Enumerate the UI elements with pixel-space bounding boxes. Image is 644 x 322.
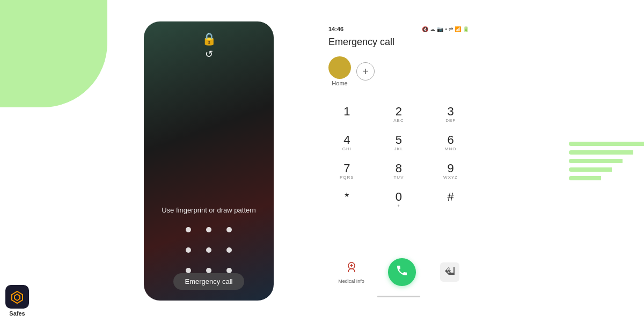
decorative-lines — [569, 142, 644, 180]
notification-icon: 🔇 — [422, 26, 428, 32]
dialpad: 1 2 ABC 3 DEF 4 GHI 5 JKL 6 MNO — [321, 95, 477, 253]
dial-key-0[interactable]: 0 + — [373, 186, 425, 214]
battery-icon: 🔋 — [463, 26, 469, 32]
lock-icons: 🔒 ↺ — [202, 32, 216, 60]
green-line — [569, 142, 644, 146]
add-contact-button[interactable]: + — [356, 62, 375, 80]
pattern-dot — [186, 268, 191, 273]
dial-key-2[interactable]: 2 ABC — [373, 100, 425, 129]
emergency-call-title: Emergency call — [321, 34, 477, 52]
dial-key-hash[interactable]: # — [425, 186, 477, 214]
dial-key-3[interactable]: 3 DEF — [425, 100, 477, 129]
dial-key-1[interactable]: 1 — [321, 100, 373, 129]
status-icons: 🔇 ☁ 📷 • ⇌ 📶 🔋 — [422, 26, 469, 32]
call-button[interactable] — [388, 258, 416, 286]
pattern-dot — [226, 227, 232, 232]
lock-icon: 🔒 — [202, 32, 216, 46]
backspace-button[interactable] — [440, 262, 459, 282]
pattern-dot — [226, 247, 232, 253]
signal-icon: 📶 — [455, 26, 461, 32]
contact-avatar — [328, 56, 351, 79]
status-time: 14:46 — [328, 26, 343, 32]
dial-key-7[interactable]: 7 PQRS — [321, 157, 373, 186]
green-line — [569, 159, 623, 163]
pattern-dot — [186, 247, 191, 253]
emergency-call-screen: 14:46 🔇 ☁ 📷 • ⇌ 📶 🔋 Emergency call Home … — [321, 21, 477, 301]
refresh-icon: ↺ — [205, 48, 213, 60]
pattern-dot — [186, 227, 191, 232]
pattern-dot — [206, 247, 211, 253]
dial-key-6[interactable]: 6 MNO — [425, 129, 477, 157]
backspace-icon — [444, 265, 456, 280]
call-icon — [396, 264, 408, 280]
status-bar: 14:46 🔇 ☁ 📷 • ⇌ 📶 🔋 — [321, 21, 477, 34]
contact-row: Home + — [321, 52, 477, 95]
dial-key-5[interactable]: 5 JKL — [373, 129, 425, 157]
safes-logo: Safes — [5, 285, 29, 317]
dialpad-grid: 1 2 ABC 3 DEF 4 GHI 5 JKL 6 MNO — [321, 100, 477, 214]
safes-logo-icon — [5, 285, 29, 309]
dot-icon: • — [445, 26, 447, 32]
medical-info-label: Medical Info — [338, 279, 364, 284]
dial-key-star[interactable]: * — [321, 186, 373, 214]
dial-key-4[interactable]: 4 GHI — [321, 129, 373, 157]
safes-logo-text: Safes — [9, 310, 25, 317]
pattern-dot — [206, 227, 211, 232]
green-line — [569, 167, 612, 172]
camera-icon: 📷 — [437, 26, 443, 32]
pattern-dot — [226, 268, 232, 273]
contact-label: Home — [332, 80, 347, 86]
decorative-blob — [0, 0, 107, 107]
lock-message: Use fingerprint or draw pattern — [162, 206, 256, 214]
bottom-bar-indicator — [377, 296, 420, 297]
sync-icon: ⇌ — [449, 26, 453, 32]
dial-key-9[interactable]: 9 WXYZ — [425, 157, 477, 186]
lock-screen-phone: 🔒 ↺ Use fingerprint or draw pattern Emer… — [144, 21, 274, 301]
cloud-icon: ☁ — [430, 26, 435, 32]
medical-icon — [345, 260, 358, 277]
pattern-dot — [206, 268, 211, 273]
action-bar: Medical Info — [321, 253, 477, 294]
green-line — [569, 150, 633, 155]
contact-home: Home — [328, 56, 351, 86]
dial-key-8[interactable]: 8 TUV — [373, 157, 425, 186]
medical-info-button[interactable]: Medical Info — [338, 260, 364, 284]
emergency-call-button[interactable]: Emergency call — [173, 273, 245, 290]
green-line — [569, 176, 601, 180]
pattern-grid — [170, 227, 248, 273]
